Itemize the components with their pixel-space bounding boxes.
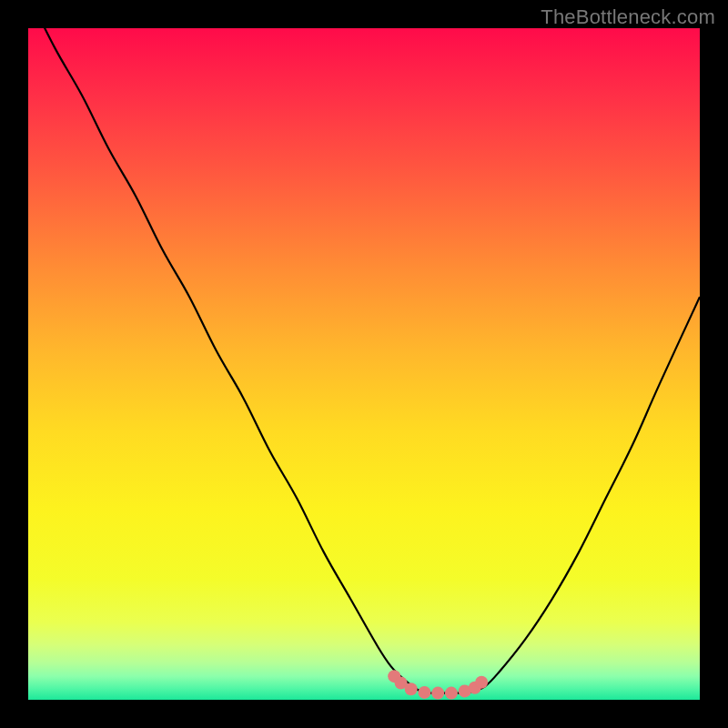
chart-frame: TheBottleneck.com [0, 0, 728, 728]
marker-dot [475, 676, 488, 689]
marker-dot [405, 682, 418, 695]
flat-zone-markers [388, 670, 488, 699]
curve-layer [28, 28, 700, 700]
watermark-text: TheBottleneck.com [541, 5, 715, 29]
plot-area [28, 28, 700, 700]
marker-dot [418, 686, 430, 699]
marker-dot [445, 687, 458, 700]
marker-dot [431, 687, 444, 700]
bottleneck-curve [28, 28, 700, 693]
